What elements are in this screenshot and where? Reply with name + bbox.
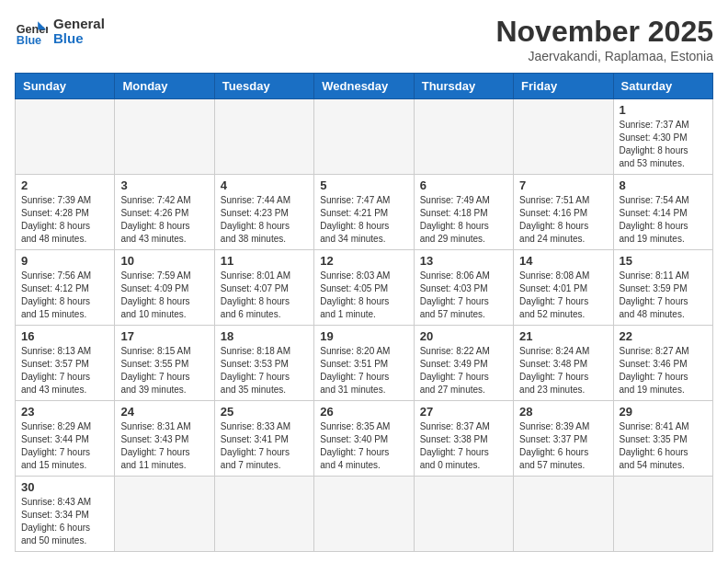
day-number: 26	[320, 405, 407, 419]
day-info: Sunrise: 8:33 AM Sunset: 3:41 PM Dayligh…	[221, 420, 308, 472]
day-info: Sunrise: 7:47 AM Sunset: 4:21 PM Dayligh…	[320, 194, 407, 246]
day-info: Sunrise: 8:41 AM Sunset: 3:35 PM Dayligh…	[620, 420, 707, 472]
column-header-monday: Monday	[115, 74, 214, 99]
calendar-day-cell: 17Sunrise: 8:15 AM Sunset: 3:55 PM Dayli…	[115, 326, 214, 401]
day-info: Sunrise: 8:35 AM Sunset: 3:40 PM Dayligh…	[320, 420, 407, 472]
day-number: 12	[320, 254, 407, 268]
calendar-week-row: 30Sunrise: 8:43 AM Sunset: 3:34 PM Dayli…	[16, 477, 713, 552]
day-number: 23	[21, 405, 108, 419]
day-info: Sunrise: 8:29 AM Sunset: 3:44 PM Dayligh…	[21, 420, 108, 472]
calendar-day-cell: 12Sunrise: 8:03 AM Sunset: 4:05 PM Dayli…	[314, 250, 414, 326]
day-info: Sunrise: 8:01 AM Sunset: 4:07 PM Dayligh…	[221, 270, 308, 321]
column-header-wednesday: Wednesday	[314, 74, 414, 99]
calendar-day-cell: 29Sunrise: 8:41 AM Sunset: 3:35 PM Dayli…	[613, 401, 712, 477]
day-number: 1	[620, 103, 707, 117]
calendar-day-cell: 10Sunrise: 7:59 AM Sunset: 4:09 PM Dayli…	[115, 250, 214, 326]
calendar-day-cell: 8Sunrise: 7:54 AM Sunset: 4:14 PM Daylig…	[613, 175, 712, 250]
calendar-day-cell	[314, 99, 414, 175]
calendar-day-cell	[115, 99, 214, 175]
calendar-header-row: SundayMondayTuesdayWednesdayThursdayFrid…	[16, 74, 713, 99]
calendar-day-cell	[214, 99, 313, 175]
calendar-day-cell: 20Sunrise: 8:22 AM Sunset: 3:49 PM Dayli…	[414, 326, 513, 401]
calendar-day-cell: 2Sunrise: 7:39 AM Sunset: 4:28 PM Daylig…	[16, 175, 115, 250]
day-number: 4	[221, 178, 308, 192]
calendar-day-cell: 4Sunrise: 7:44 AM Sunset: 4:23 PM Daylig…	[214, 175, 313, 250]
calendar-table: SundayMondayTuesdayWednesdayThursdayFrid…	[15, 73, 713, 552]
day-number: 30	[21, 480, 108, 494]
calendar-day-cell	[414, 99, 513, 175]
calendar-day-cell	[613, 477, 712, 552]
column-header-saturday: Saturday	[613, 74, 712, 99]
day-info: Sunrise: 7:59 AM Sunset: 4:09 PM Dayligh…	[120, 270, 208, 321]
day-info: Sunrise: 8:20 AM Sunset: 3:51 PM Dayligh…	[320, 345, 407, 396]
calendar-week-row: 2Sunrise: 7:39 AM Sunset: 4:28 PM Daylig…	[16, 175, 713, 250]
calendar-day-cell	[514, 99, 613, 175]
day-number: 3	[120, 178, 208, 192]
calendar-day-cell: 15Sunrise: 8:11 AM Sunset: 3:59 PM Dayli…	[613, 250, 712, 326]
calendar-day-cell	[16, 99, 115, 175]
calendar-day-cell: 30Sunrise: 8:43 AM Sunset: 3:34 PM Dayli…	[16, 477, 115, 552]
day-number: 20	[420, 329, 507, 343]
calendar-day-cell: 25Sunrise: 8:33 AM Sunset: 3:41 PM Dayli…	[214, 401, 313, 477]
day-number: 13	[420, 254, 507, 268]
day-number: 19	[320, 329, 407, 343]
calendar-day-cell: 11Sunrise: 8:01 AM Sunset: 4:07 PM Dayli…	[214, 250, 313, 326]
calendar-day-cell: 7Sunrise: 7:51 AM Sunset: 4:16 PM Daylig…	[514, 175, 613, 250]
calendar-day-cell: 23Sunrise: 8:29 AM Sunset: 3:44 PM Dayli…	[16, 401, 115, 477]
logo-general-text: General	[53, 17, 105, 32]
day-number: 7	[519, 178, 607, 192]
calendar-week-row: 16Sunrise: 8:13 AM Sunset: 3:57 PM Dayli…	[16, 326, 713, 401]
month-title: November 2025	[495, 15, 713, 49]
day-number: 6	[420, 178, 507, 192]
calendar-day-cell: 3Sunrise: 7:42 AM Sunset: 4:26 PM Daylig…	[115, 175, 214, 250]
logo-icon: General Blue	[15, 15, 48, 48]
calendar-day-cell: 28Sunrise: 8:39 AM Sunset: 3:37 PM Dayli…	[514, 401, 613, 477]
calendar-week-row: 1Sunrise: 7:37 AM Sunset: 4:30 PM Daylig…	[16, 99, 713, 175]
svg-text:Blue: Blue	[17, 34, 41, 47]
calendar-day-cell: 16Sunrise: 8:13 AM Sunset: 3:57 PM Dayli…	[16, 326, 115, 401]
day-info: Sunrise: 8:37 AM Sunset: 3:38 PM Dayligh…	[420, 420, 507, 472]
calendar-day-cell: 19Sunrise: 8:20 AM Sunset: 3:51 PM Dayli…	[314, 326, 414, 401]
day-number: 14	[519, 254, 607, 268]
day-info: Sunrise: 8:15 AM Sunset: 3:55 PM Dayligh…	[120, 345, 208, 396]
calendar-day-cell: 21Sunrise: 8:24 AM Sunset: 3:48 PM Dayli…	[514, 326, 613, 401]
calendar-day-cell	[115, 477, 214, 552]
calendar-week-row: 9Sunrise: 7:56 AM Sunset: 4:12 PM Daylig…	[16, 250, 713, 326]
calendar-day-cell: 6Sunrise: 7:49 AM Sunset: 4:18 PM Daylig…	[414, 175, 513, 250]
day-number: 5	[320, 178, 407, 192]
calendar-day-cell: 24Sunrise: 8:31 AM Sunset: 3:43 PM Dayli…	[115, 401, 214, 477]
day-info: Sunrise: 8:18 AM Sunset: 3:53 PM Dayligh…	[221, 345, 308, 396]
day-info: Sunrise: 8:43 AM Sunset: 3:34 PM Dayligh…	[21, 496, 108, 547]
day-info: Sunrise: 8:11 AM Sunset: 3:59 PM Dayligh…	[620, 270, 707, 321]
calendar-day-cell: 13Sunrise: 8:06 AM Sunset: 4:03 PM Dayli…	[414, 250, 513, 326]
location-text: Jaervakandi, Raplamaa, Estonia	[495, 49, 713, 63]
calendar-week-row: 23Sunrise: 8:29 AM Sunset: 3:44 PM Dayli…	[16, 401, 713, 477]
day-number: 9	[21, 254, 108, 268]
calendar-day-cell: 9Sunrise: 7:56 AM Sunset: 4:12 PM Daylig…	[16, 250, 115, 326]
day-number: 18	[221, 329, 308, 343]
day-info: Sunrise: 7:39 AM Sunset: 4:28 PM Dayligh…	[21, 194, 108, 246]
day-number: 2	[21, 178, 108, 192]
calendar-day-cell	[214, 477, 313, 552]
day-info: Sunrise: 8:24 AM Sunset: 3:48 PM Dayligh…	[519, 345, 607, 396]
day-number: 25	[221, 405, 308, 419]
day-info: Sunrise: 7:44 AM Sunset: 4:23 PM Dayligh…	[221, 194, 308, 246]
day-number: 10	[120, 254, 208, 268]
day-number: 27	[420, 405, 507, 419]
calendar-day-cell: 27Sunrise: 8:37 AM Sunset: 3:38 PM Dayli…	[414, 401, 513, 477]
day-info: Sunrise: 8:06 AM Sunset: 4:03 PM Dayligh…	[420, 270, 507, 321]
calendar-day-cell	[414, 477, 513, 552]
page-header: General Blue General Blue November 2025 …	[15, 15, 713, 63]
day-info: Sunrise: 8:03 AM Sunset: 4:05 PM Dayligh…	[320, 270, 407, 321]
day-info: Sunrise: 7:37 AM Sunset: 4:30 PM Dayligh…	[620, 119, 707, 170]
day-number: 15	[620, 254, 707, 268]
day-info: Sunrise: 8:13 AM Sunset: 3:57 PM Dayligh…	[21, 345, 108, 396]
day-number: 11	[221, 254, 308, 268]
logo: General Blue General Blue	[15, 15, 105, 48]
day-number: 21	[519, 329, 607, 343]
day-number: 8	[620, 178, 707, 192]
calendar-day-cell: 22Sunrise: 8:27 AM Sunset: 3:46 PM Dayli…	[613, 326, 712, 401]
calendar-day-cell	[314, 477, 414, 552]
day-info: Sunrise: 8:27 AM Sunset: 3:46 PM Dayligh…	[620, 345, 707, 396]
calendar-day-cell: 5Sunrise: 7:47 AM Sunset: 4:21 PM Daylig…	[314, 175, 414, 250]
